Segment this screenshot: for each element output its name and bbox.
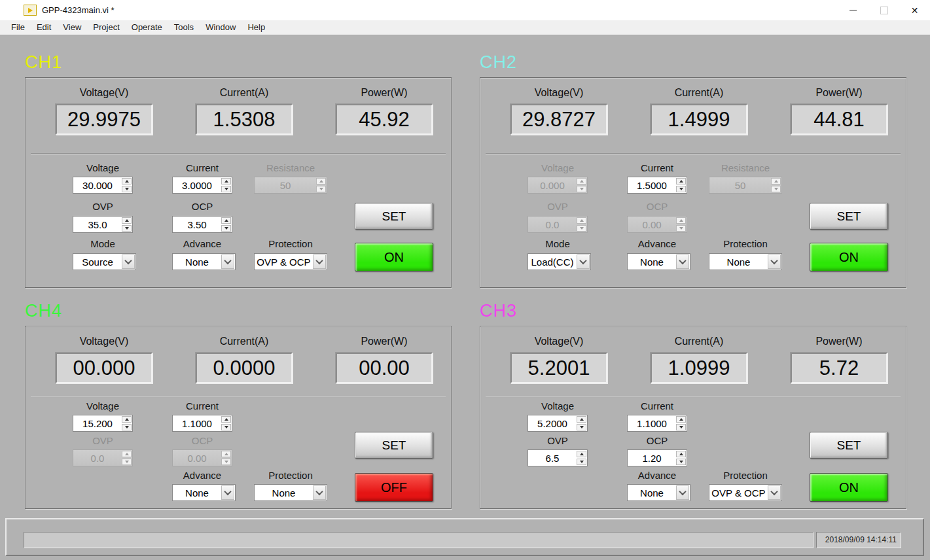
ch1-ocp-value: 3.50 bbox=[173, 219, 221, 230]
ch3-ovp-input[interactable]: 6.5 bbox=[528, 449, 588, 466]
spin-up-icon[interactable] bbox=[221, 178, 231, 184]
ch3-protection-select[interactable]: OVP & OCP bbox=[709, 484, 782, 501]
menu-project[interactable]: Project bbox=[87, 20, 125, 35]
maximize-button[interactable] bbox=[868, 0, 899, 20]
spin-up-icon[interactable] bbox=[676, 451, 686, 457]
spin-down-icon[interactable] bbox=[221, 225, 231, 232]
menu-help[interactable]: Help bbox=[241, 20, 271, 35]
ch1-advance-select[interactable]: None bbox=[172, 253, 236, 270]
ch2-power-button[interactable]: ON bbox=[810, 243, 888, 271]
ch4-protection-select[interactable]: None bbox=[254, 484, 327, 501]
ch1-current-input[interactable]: 3.0000 bbox=[172, 177, 232, 194]
spin-down-icon[interactable] bbox=[221, 186, 231, 192]
ch3-ocp-input[interactable]: 1.20 bbox=[627, 449, 687, 466]
spin-up-icon bbox=[316, 178, 326, 184]
spinner[interactable] bbox=[577, 416, 586, 430]
spinner[interactable] bbox=[676, 178, 686, 192]
ch2-set-button[interactable]: SET bbox=[810, 203, 888, 230]
ch1-ovp-input[interactable]: 35.0 bbox=[73, 216, 133, 233]
spinner[interactable] bbox=[221, 178, 231, 192]
spinner[interactable] bbox=[221, 416, 231, 430]
dropdown-button[interactable] bbox=[577, 254, 590, 269]
dropdown-button[interactable] bbox=[221, 254, 234, 269]
spinner[interactable] bbox=[221, 217, 231, 232]
menu-file[interactable]: File bbox=[5, 20, 31, 35]
dropdown-button[interactable] bbox=[768, 254, 781, 269]
ch1-voltage-input[interactable]: 30.000 bbox=[73, 177, 133, 194]
spin-up-icon[interactable] bbox=[221, 217, 231, 224]
ch1-panel: Voltage(V) Current(A) Power(W) 29.9975 1… bbox=[25, 77, 452, 288]
spin-down-icon[interactable] bbox=[577, 424, 586, 430]
ch3-voltage-input[interactable]: 5.2000 bbox=[528, 415, 588, 432]
spinner[interactable] bbox=[122, 416, 132, 430]
ch4-power-button[interactable]: OFF bbox=[355, 473, 433, 502]
spin-up-icon[interactable] bbox=[577, 416, 586, 423]
spin-down-icon[interactable] bbox=[676, 424, 686, 430]
ch1-set-button[interactable]: SET bbox=[355, 203, 433, 230]
dropdown-button[interactable] bbox=[676, 254, 689, 269]
spin-down-icon[interactable] bbox=[122, 225, 132, 232]
ch2-advance-select[interactable]: None bbox=[627, 253, 690, 270]
spin-up-icon[interactable] bbox=[676, 178, 686, 184]
spin-down-icon[interactable] bbox=[676, 459, 686, 465]
menu-operate[interactable]: Operate bbox=[126, 20, 168, 35]
ch1-protection-select[interactable]: OVP & OCP bbox=[254, 253, 327, 270]
ch2-mode-select[interactable]: Load(CC) bbox=[528, 253, 591, 270]
minimize-button[interactable] bbox=[838, 0, 868, 20]
spin-down-icon[interactable] bbox=[221, 424, 231, 430]
menu-bar: File Edit View Project Operate Tools Win… bbox=[0, 20, 930, 35]
ch4-current-input[interactable]: 1.1000 bbox=[172, 415, 232, 432]
menu-view[interactable]: View bbox=[57, 20, 87, 35]
ch4-advance-value: None bbox=[173, 487, 221, 499]
ch2-current-display: 1.4999 bbox=[651, 104, 747, 135]
ch4-voltage-input[interactable]: 15.200 bbox=[73, 415, 133, 432]
spin-up-icon[interactable] bbox=[122, 178, 132, 184]
close-icon: ✕ bbox=[911, 6, 919, 15]
ch3-advance-select[interactable]: None bbox=[627, 484, 690, 501]
spin-down-icon[interactable] bbox=[676, 186, 686, 192]
ch2-current-input[interactable]: 1.5000 bbox=[627, 177, 687, 194]
spin-down-icon bbox=[577, 186, 586, 192]
ch4-set-button[interactable]: SET bbox=[355, 432, 433, 459]
spin-up-icon bbox=[577, 178, 586, 184]
ch1-mode-select[interactable]: Source bbox=[73, 253, 136, 270]
ch2-current-indicator-label: Current(A) bbox=[651, 87, 747, 99]
spin-up-icon[interactable] bbox=[221, 416, 231, 423]
spin-down-icon[interactable] bbox=[122, 186, 132, 192]
spin-down-icon[interactable] bbox=[122, 424, 132, 430]
chevron-down-icon bbox=[224, 257, 231, 264]
spinner[interactable] bbox=[577, 451, 586, 465]
dropdown-button[interactable] bbox=[676, 485, 689, 500]
ch3-ocp-value: 1.20 bbox=[628, 453, 676, 464]
dropdown-button[interactable] bbox=[313, 485, 326, 500]
menu-edit[interactable]: Edit bbox=[31, 20, 57, 35]
ch2-ovp-label: OVP bbox=[528, 201, 588, 213]
ch1-power-button[interactable]: ON bbox=[355, 243, 433, 271]
close-button[interactable]: ✕ bbox=[899, 0, 930, 20]
dropdown-button[interactable] bbox=[313, 254, 326, 269]
spinner[interactable] bbox=[676, 451, 686, 465]
spinner[interactable] bbox=[122, 178, 132, 192]
spin-up-icon[interactable] bbox=[577, 451, 586, 457]
ch3-current-input[interactable]: 1.1000 bbox=[627, 415, 687, 432]
spin-up-icon[interactable] bbox=[676, 416, 686, 423]
spinner[interactable] bbox=[676, 416, 686, 430]
spinner[interactable] bbox=[122, 217, 132, 232]
menu-window[interactable]: Window bbox=[200, 20, 241, 35]
ch4-advance-select[interactable]: None bbox=[172, 484, 236, 501]
spin-up-icon[interactable] bbox=[122, 416, 132, 423]
menu-tools[interactable]: Tools bbox=[168, 20, 200, 35]
ch1-ocp-input[interactable]: 3.50 bbox=[172, 216, 232, 233]
ch4-current-indicator-label: Current(A) bbox=[196, 336, 293, 347]
ch2-protection-select[interactable]: None bbox=[709, 253, 782, 270]
ch3-set-button[interactable]: SET bbox=[810, 432, 888, 459]
dropdown-button[interactable] bbox=[221, 485, 234, 500]
dropdown-button[interactable] bbox=[768, 485, 781, 500]
dropdown-button[interactable] bbox=[122, 254, 135, 269]
ch1-current-set-label: Current bbox=[172, 162, 232, 174]
spin-up-icon[interactable] bbox=[122, 217, 132, 224]
ch3-power-button[interactable]: ON bbox=[810, 473, 888, 502]
spin-down-icon[interactable] bbox=[577, 459, 586, 465]
ch2-resistance-input: 50 bbox=[709, 177, 782, 194]
ch4-current-display: 0.0000 bbox=[196, 353, 293, 383]
